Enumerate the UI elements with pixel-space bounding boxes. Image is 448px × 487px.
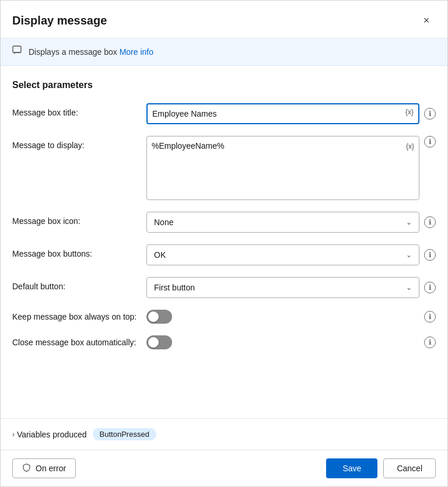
chevron-down-icon: ⌄ xyxy=(406,218,412,226)
message-to-display-label: Message to display: xyxy=(12,136,146,150)
default-button-label: Default button: xyxy=(12,277,146,291)
display-message-dialog: Display message × Displays a message box… xyxy=(0,0,448,487)
keep-on-top-row: Keep message box always on top: ℹ xyxy=(12,310,436,324)
chevron-down-icon: ⌄ xyxy=(406,283,412,292)
close-auto-toggle-thumb xyxy=(148,337,159,348)
cancel-button[interactable]: Cancel xyxy=(383,458,436,478)
message-box-buttons-info-icon[interactable]: ℹ xyxy=(424,249,436,261)
message-box-title-label: Message box title: xyxy=(12,103,146,117)
message-box-icon-row: Message box icon: None ⌄ ℹ xyxy=(12,212,436,233)
chat-icon xyxy=(12,45,23,58)
close-auto-toggle[interactable] xyxy=(146,335,172,349)
keep-on-top-info-icon[interactable]: ℹ xyxy=(424,311,436,323)
close-auto-label: Close message box automatically: xyxy=(12,338,146,347)
title-var-badge: {x} xyxy=(405,107,414,116)
variables-label: Variables produced xyxy=(17,430,87,439)
message-box-buttons-value: OK xyxy=(154,250,166,260)
message-box-icon-control: None ⌄ ℹ xyxy=(146,212,436,233)
banner-text: Displays a message box More info xyxy=(29,47,153,57)
variables-expand-btn[interactable]: › Variables produced xyxy=(12,430,87,439)
chevron-right-icon: › xyxy=(12,430,15,439)
message-box-buttons-label: Message box buttons: xyxy=(12,244,146,258)
keep-on-top-label: Keep message box always on top: xyxy=(12,312,146,321)
message-to-display-info-icon[interactable]: ℹ xyxy=(424,136,436,148)
message-box-icon-label: Message box icon: xyxy=(12,212,146,226)
message-var-badge: {x} xyxy=(406,141,414,150)
chevron-down-icon: ⌄ xyxy=(406,251,412,259)
close-button[interactable]: × xyxy=(417,11,436,30)
default-button-select[interactable]: First button ⌄ xyxy=(146,277,419,298)
message-box-icon-info-icon[interactable]: ℹ xyxy=(424,216,436,228)
message-to-display-textarea[interactable] xyxy=(152,141,404,178)
message-box-title-control: {x} ℹ xyxy=(146,103,436,124)
variables-row: › Variables produced ButtonPressed xyxy=(1,418,447,450)
message-box-buttons-control: OK ⌄ ℹ xyxy=(146,244,436,265)
message-box-title-info-icon[interactable]: ℹ xyxy=(424,108,436,120)
keep-on-top-toggle-wrap: ℹ xyxy=(146,310,436,324)
svg-rect-0 xyxy=(13,46,21,52)
message-box-buttons-row: Message box buttons: OK ⌄ ℹ xyxy=(12,244,436,265)
more-info-link[interactable]: More info xyxy=(120,47,153,57)
default-button-control: First button ⌄ ℹ xyxy=(146,277,436,298)
message-to-display-control: {x} ℹ xyxy=(146,136,436,200)
keep-on-top-toggle[interactable] xyxy=(146,310,172,324)
shield-icon xyxy=(22,463,31,474)
message-box-icon-select[interactable]: None ⌄ xyxy=(146,212,419,233)
message-to-display-textarea-box[interactable]: {x} xyxy=(146,136,419,200)
message-to-display-row: Message to display: {x} ℹ xyxy=(12,136,436,200)
close-auto-toggle-wrap: ℹ xyxy=(146,335,436,349)
dialog-header: Display message × xyxy=(1,1,447,38)
section-title: Select parameters xyxy=(12,80,436,90)
default-button-row: Default button: First button ⌄ ℹ xyxy=(12,277,436,298)
default-button-value: First button xyxy=(154,283,195,292)
textarea-top: {x} xyxy=(152,141,414,178)
dialog-footer: On error Save Cancel xyxy=(1,450,447,486)
message-box-buttons-select[interactable]: OK ⌄ xyxy=(146,244,419,265)
footer-right: Save Cancel xyxy=(326,458,436,478)
default-button-info-icon[interactable]: ℹ xyxy=(424,282,436,293)
dialog-title: Display message xyxy=(12,14,107,27)
close-auto-info-icon[interactable]: ℹ xyxy=(424,337,436,348)
keep-on-top-toggle-thumb xyxy=(148,311,159,322)
variable-chip: ButtonPressed xyxy=(93,428,156,440)
message-box-title-input[interactable] xyxy=(152,109,403,118)
info-banner: Displays a message box More info xyxy=(1,38,447,66)
message-box-title-input-box[interactable]: {x} xyxy=(146,103,419,124)
on-error-button[interactable]: On error xyxy=(12,458,76,478)
dialog-body: Select parameters Message box title: {x}… xyxy=(1,66,447,418)
on-error-label: On error xyxy=(36,464,66,473)
save-button[interactable]: Save xyxy=(326,458,377,478)
message-box-icon-value: None xyxy=(154,218,173,227)
close-auto-row: Close message box automatically: ℹ xyxy=(12,335,436,349)
message-box-title-row: Message box title: {x} ℹ xyxy=(12,103,436,124)
